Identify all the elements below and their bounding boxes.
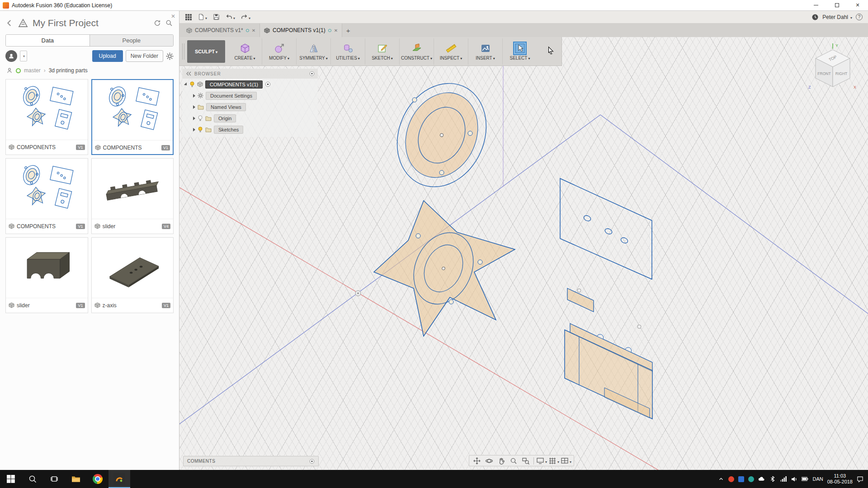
upload-button[interactable]: Upload <box>92 50 123 62</box>
panel-close-icon[interactable] <box>171 13 175 19</box>
viewports-icon[interactable] <box>561 456 571 465</box>
pan-icon[interactable] <box>472 456 482 465</box>
speaker-icon[interactable] <box>791 476 797 483</box>
close-button[interactable] <box>847 0 868 10</box>
back-icon[interactable] <box>5 19 14 27</box>
tray-app-icon[interactable] <box>738 476 744 482</box>
visibility-bulb-icon[interactable] <box>198 127 203 133</box>
language-indicator[interactable]: DAN <box>812 476 823 482</box>
help-button[interactable] <box>856 14 863 20</box>
ribbon-group-construct[interactable]: CONSTRUCT <box>400 38 434 65</box>
browser-root-node[interactable]: COMPONENTS v1(1) <box>205 80 263 89</box>
owner-filter-caret[interactable] <box>20 51 27 61</box>
origin-marker[interactable] <box>355 291 361 296</box>
ribbon-group-utilities[interactable]: UTILITIES <box>331 38 365 65</box>
start-button[interactable] <box>0 470 22 488</box>
zoom-window-icon[interactable] <box>520 456 531 465</box>
ribbon-group-modify[interactable]: MODIFY <box>262 38 297 65</box>
onedrive-icon[interactable] <box>758 476 765 483</box>
browser-node-label[interactable]: Sketches <box>214 126 243 134</box>
project-hub-icon[interactable] <box>18 19 28 28</box>
sketch-profile-star[interactable] <box>374 201 515 336</box>
refresh-icon[interactable] <box>154 19 161 27</box>
browser-node-label[interactable]: Origin <box>214 114 236 122</box>
undo-button[interactable] <box>226 13 235 21</box>
battery-icon[interactable] <box>802 476 808 483</box>
browser-options-icon[interactable] <box>309 71 315 76</box>
project-item-card[interactable]: COMPONENTSV1 <box>5 79 88 155</box>
expand-triangle-icon[interactable] <box>193 128 195 131</box>
new-document-button[interactable]: + <box>342 23 354 37</box>
network-icon[interactable] <box>780 476 787 483</box>
model-viewport[interactable]: SCULPT CREATE MODIFY SYMMETRY UTILITIES … <box>179 37 868 470</box>
expand-triangle-icon[interactable] <box>184 82 188 86</box>
expand-triangle-icon[interactable] <box>193 105 195 109</box>
sketch-profile-plate[interactable] <box>560 178 652 279</box>
project-item-card[interactable]: z-axisV1 <box>91 237 174 313</box>
tab-close-icon[interactable] <box>334 28 338 33</box>
fusion-taskbar-button[interactable] <box>108 470 130 488</box>
orbit-icon[interactable] <box>484 456 495 465</box>
ribbon-group-inspect[interactable]: INSPECT <box>434 38 468 65</box>
browser-node-row[interactable]: Named Views <box>190 101 318 113</box>
ribbon-group-symmetry[interactable]: SYMMETRY <box>297 38 331 65</box>
ribbon-group-select[interactable]: SELECT <box>503 38 537 65</box>
breadcrumb-root[interactable]: master <box>24 67 41 74</box>
taskbar-search-button[interactable] <box>22 470 43 488</box>
save-icon[interactable] <box>213 14 220 20</box>
file-menu-button[interactable] <box>198 13 207 21</box>
apps-grid-icon[interactable] <box>185 14 192 21</box>
doc-tab-active[interactable]: COMPONENTS v1(1) <box>259 23 342 37</box>
new-folder-button[interactable]: New Folder <box>126 50 163 62</box>
browser-collapse-icon[interactable] <box>185 71 192 76</box>
redo-button[interactable] <box>241 13 250 21</box>
browser-node-row[interactable]: Origin <box>190 113 318 124</box>
taskbar-clock[interactable]: 11:03 08-05-2018 <box>827 473 853 485</box>
doc-tab[interactable]: COMPONENTS v1* <box>182 23 259 37</box>
user-menu[interactable]: Peter Dahl <box>822 14 852 20</box>
owner-filter-avatar[interactable] <box>5 50 17 62</box>
activate-radio-icon[interactable] <box>265 81 271 87</box>
sketch-profile-group[interactable] <box>565 288 652 419</box>
chrome-button[interactable] <box>87 470 108 488</box>
bluetooth-icon[interactable] <box>769 476 776 483</box>
settings-gear-icon[interactable] <box>166 52 174 60</box>
tab-people[interactable]: People <box>90 35 174 46</box>
project-item-card[interactable]: COMPONENTSV1 <box>5 158 88 234</box>
tab-close-icon[interactable] <box>252 28 255 33</box>
file-explorer-button[interactable] <box>65 470 87 488</box>
ribbon-group-sketch[interactable]: SKETCH <box>365 38 400 65</box>
maximize-button[interactable] <box>826 0 847 10</box>
workspace-selector[interactable]: SCULPT <box>187 40 225 63</box>
comments-options-icon[interactable] <box>309 459 315 464</box>
tray-app-icon[interactable] <box>728 476 734 482</box>
project-item-card[interactable]: sliderV1 <box>5 237 88 313</box>
job-status-clock-icon[interactable] <box>811 14 819 21</box>
project-item-card[interactable]: COMPONENTSV1 <box>91 79 174 155</box>
browser-root-row[interactable]: COMPONENTS v1(1) <box>182 79 318 90</box>
search-icon[interactable] <box>165 19 173 27</box>
sketch-profile-ellipses[interactable] <box>381 69 502 201</box>
visibility-bulb-icon[interactable] <box>189 81 195 88</box>
ribbon-drag-handle[interactable] <box>182 43 184 60</box>
ribbon-group-insert[interactable]: INSERT <box>468 38 503 65</box>
action-center-icon[interactable] <box>857 476 863 483</box>
hand-icon[interactable] <box>496 456 507 465</box>
expand-triangle-icon[interactable] <box>193 117 195 120</box>
minimize-button[interactable] <box>806 0 826 10</box>
display-settings-icon[interactable] <box>536 456 547 465</box>
browser-node-row[interactable]: Sketches <box>190 124 318 135</box>
zoom-icon[interactable] <box>508 456 519 465</box>
project-item-card[interactable]: sliderV4 <box>91 158 174 234</box>
tray-app-icon[interactable] <box>748 476 754 482</box>
expand-triangle-icon[interactable] <box>193 94 195 98</box>
view-cube[interactable]: Y TOP FRONT RIGHT Z X <box>805 42 861 98</box>
browser-node-label[interactable]: Document Settings <box>206 92 257 100</box>
task-view-button[interactable] <box>43 470 65 488</box>
tray-expand-icon[interactable] <box>717 476 724 483</box>
ribbon-group-create[interactable]: CREATE <box>228 38 262 65</box>
visibility-bulb-icon[interactable] <box>198 115 203 122</box>
browser-node-label[interactable]: Named Views <box>206 103 246 111</box>
tab-data[interactable]: Data <box>6 35 90 46</box>
grid-settings-icon[interactable] <box>548 456 559 465</box>
